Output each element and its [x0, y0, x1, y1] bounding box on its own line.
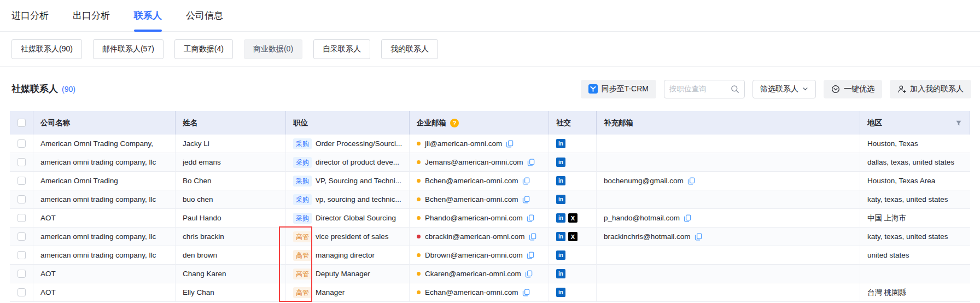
table-row: American Omni Trading Bo Chen 采购VP, Sour… [10, 172, 970, 190]
x-icon[interactable]: X [568, 232, 578, 241]
person-plus-icon [897, 85, 906, 94]
position-tag: 采购 [293, 157, 312, 168]
select-all-checkbox[interactable] [18, 119, 26, 127]
linkedin-icon[interactable]: in [556, 250, 565, 260]
email-status-dot [417, 179, 421, 183]
cell-email: Ckaren@american-omni.com [425, 270, 521, 278]
row-checkbox[interactable] [18, 177, 26, 185]
tab-company-info[interactable]: 公司信息 [186, 0, 223, 32]
row-checkbox[interactable] [18, 139, 26, 148]
row-checkbox[interactable] [18, 214, 26, 222]
col-company: 公司名称 [33, 111, 176, 135]
copy-icon[interactable] [522, 196, 530, 203]
table-row: American Omni Trading Company, Jacky Li … [10, 135, 970, 153]
email-status-dot [417, 160, 421, 164]
section-count: (90) [62, 85, 75, 94]
badge-icon [831, 85, 840, 94]
chip-my-contacts[interactable]: 我的联系人 [381, 39, 438, 59]
copy-icon[interactable] [506, 140, 514, 148]
cell-company: american omni trading company, llc [33, 153, 176, 172]
cell-email: Bchen@american-omni.com [425, 195, 518, 203]
copy-icon[interactable] [695, 233, 702, 241]
row-checkbox[interactable] [18, 288, 26, 296]
copy-icon[interactable] [527, 159, 535, 166]
tab-contacts[interactable]: 联系人 [134, 0, 162, 32]
copy-icon[interactable] [687, 177, 695, 185]
cell-name: Paul Hando [176, 209, 286, 228]
copy-icon[interactable] [525, 270, 533, 278]
cell-region: united states [860, 246, 970, 265]
filter-contacts-button[interactable]: 筛选联系人 [752, 80, 816, 98]
row-checkbox[interactable] [18, 251, 26, 259]
copy-icon[interactable] [529, 233, 536, 241]
linkedin-icon[interactable]: in [556, 158, 565, 167]
section-header: 社媒联系人 (90) 同步至T-CRM 筛选联系人 [0, 67, 980, 111]
table-row: AOT Paul Hando 采购Director Global Sourcin… [10, 209, 970, 228]
chip-self-collected[interactable]: 自采联系人 [313, 39, 370, 59]
position-search [664, 80, 745, 98]
col-email: 企业邮箱 ? [410, 111, 549, 135]
cell-name: Elly Chan [176, 283, 286, 302]
position-search-input[interactable] [669, 85, 731, 93]
chip-business-registry[interactable]: 工商数据(4) [174, 39, 233, 59]
cell-company: AOT [33, 283, 176, 302]
add-to-my-contacts-button[interactable]: 加入我的联系人 [890, 80, 971, 98]
email-status-dot [417, 216, 421, 220]
cell-position: Manager [316, 288, 345, 296]
help-icon[interactable]: ? [450, 119, 459, 127]
filter-funnel-icon[interactable] [955, 120, 965, 126]
table-row: AOT Elly Chan 高管Manager Echan@american-o… [10, 283, 970, 302]
linkedin-icon[interactable]: in [556, 176, 565, 185]
tab-export-analysis[interactable]: 出口分析 [73, 0, 110, 32]
linkedin-icon[interactable]: in [556, 139, 565, 148]
email-status-dot [417, 253, 421, 257]
linkedin-icon[interactable]: in [556, 269, 565, 278]
chip-social-contacts[interactable]: 社媒联系人(90) [11, 39, 82, 59]
linkedin-icon[interactable]: in [556, 195, 565, 204]
table-row: american omni trading company, llc buo c… [10, 190, 970, 209]
row-checkbox[interactable] [18, 158, 26, 166]
cell-position: managing director [316, 251, 375, 259]
sync-tcrm-button[interactable]: 同步至T-CRM [581, 80, 656, 98]
email-status-dot [417, 142, 421, 145]
table-row: american omni trading company, llc chris… [10, 228, 970, 246]
cell-name: den brown [176, 246, 286, 265]
email-status-dot [417, 290, 421, 294]
email-status-dot [417, 272, 421, 276]
chip-email-contacts[interactable]: 邮件联系人(57) [93, 39, 164, 59]
linkedin-icon[interactable]: in [556, 288, 565, 297]
copy-icon[interactable] [522, 177, 530, 185]
position-tag: 高管 [293, 231, 312, 242]
linkedin-icon[interactable]: in [556, 232, 565, 241]
cell-name: chris brackin [176, 228, 286, 246]
cell-position: Deputy Manager [316, 270, 370, 278]
chevron-down-icon [802, 86, 808, 92]
copy-icon[interactable] [527, 214, 534, 222]
x-icon[interactable]: X [568, 213, 578, 223]
linkedin-icon[interactable]: in [556, 213, 565, 223]
row-checkbox[interactable] [18, 195, 26, 203]
copy-icon[interactable] [684, 214, 691, 222]
row-checkbox[interactable] [18, 270, 26, 278]
copy-icon[interactable] [522, 289, 530, 296]
chip-commercial-data[interactable]: 商业数据(0) [244, 39, 302, 59]
tab-bar: 进口分析 出口分析 联系人 公司信息 [0, 0, 980, 32]
one-click-optimize-button[interactable]: 一键优选 [824, 80, 882, 98]
position-tag: 采购 [293, 176, 312, 187]
table-body: American Omni Trading Company, Jacky Li … [10, 135, 970, 302]
cell-name: Jacky Li [176, 135, 286, 153]
cell-region: 台灣 桃園縣 [860, 283, 970, 302]
copy-icon[interactable] [527, 252, 534, 259]
search-icon[interactable] [731, 85, 739, 94]
cell-position: vp, sourcing and technic... [316, 195, 401, 203]
col-region: 地区 [860, 111, 970, 135]
tab-import-analysis[interactable]: 进口分析 [11, 0, 49, 32]
position-tag: 高管 [293, 269, 312, 279]
cell-email: Jemans@american-omni.com [425, 158, 523, 166]
cell-extra-email: brackinchris@hotmail.com [604, 232, 691, 241]
cell-company: american omni trading company, llc [33, 246, 176, 265]
row-checkbox[interactable] [18, 232, 26, 241]
email-status-dot [417, 197, 421, 201]
cell-company: American Omni Trading Company, [33, 135, 176, 153]
table-header-row: 公司名称 姓名 职位 企业邮箱 ? 社交 补充邮箱 地区 [10, 111, 970, 135]
